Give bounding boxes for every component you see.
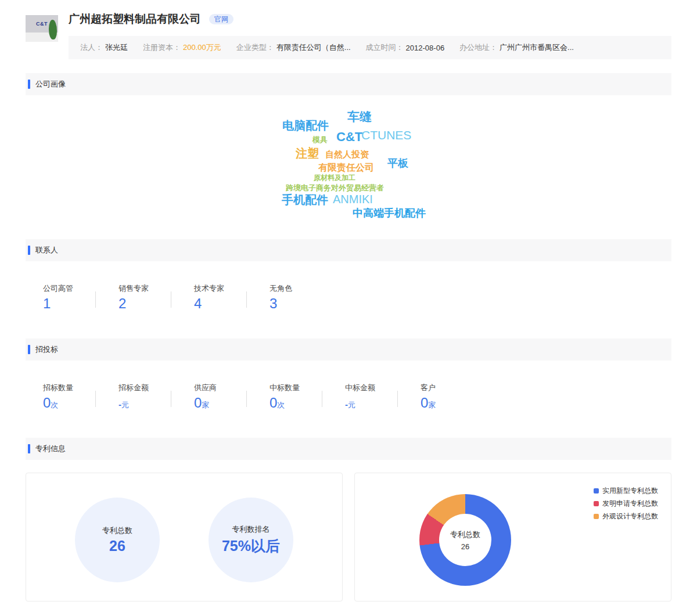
patent-rank-label: 专利数排名	[232, 524, 270, 535]
section-title: 联系人	[35, 245, 58, 255]
legend-item[interactable]: 实用新型专利总数	[594, 486, 658, 496]
stat-number: 3	[270, 296, 277, 311]
cloud-word: 有限责任公司	[318, 163, 374, 172]
stat-value: 0次	[43, 395, 95, 410]
info-value: 有限责任公司（自然...	[276, 42, 351, 53]
info-label: 注册资本：	[143, 42, 181, 53]
bidding-stat: 中标数量0次	[270, 383, 322, 410]
legend-label: 发明申请专利总数	[602, 499, 658, 509]
stat-label: 公司高管	[43, 283, 95, 294]
stat-value: 1	[43, 296, 95, 311]
contact-stat: 公司高管1	[43, 283, 95, 311]
plant-decoration	[49, 20, 57, 39]
stat-value: 0家	[421, 395, 473, 410]
stat-label: 中标数量	[270, 383, 322, 393]
stat-number: 2	[118, 296, 126, 311]
cloud-word: 原材料及加工	[314, 174, 355, 181]
stat-unit: 元	[348, 401, 355, 409]
contacts-stats-block: 公司高管1销售专家2技术专家4无角色3	[26, 261, 671, 338]
info-label: 成立时间：	[366, 42, 404, 53]
company-info-bar: 法人：张光廷注册资本：200.00万元企业类型：有限责任公司（自然...成立时间…	[69, 36, 671, 59]
stat-divider	[322, 391, 322, 407]
title-row: 广州超拓塑料制品有限公司 官网	[69, 9, 671, 29]
patent-rank-value: 75%以后	[222, 536, 280, 556]
info-value: 张光廷	[105, 42, 128, 53]
bidding-stats-row: 招标数量0次招标金额-元供应商0家中标数量0次中标金额-元客户0家	[43, 383, 671, 410]
legend-label: 外观设计专利总数	[602, 511, 658, 521]
contact-stat: 技术专家4	[194, 283, 246, 311]
section-accent-bar	[28, 246, 30, 255]
section-accent-bar	[28, 345, 30, 354]
company-name: 广州超拓塑料制品有限公司	[69, 12, 201, 27]
patent-rank-circle: 专利数排名 75%以后	[209, 498, 293, 582]
info-label: 企业类型：	[236, 42, 274, 53]
contact-stat: 销售专家2	[118, 283, 171, 311]
company-info-item: 企业类型：有限责任公司（自然...	[236, 42, 351, 53]
company-info-item: 办公地址：广州广州市番禺区会...	[459, 42, 574, 53]
section-accent-bar	[28, 444, 30, 453]
cloud-word: 跨境电子商务对外贸易经营者	[286, 184, 384, 192]
patent-summary-card: 专利总数 26 专利数排名 75%以后	[26, 473, 343, 601]
bidding-stats-block: 招标数量0次招标金额-元供应商0家中标数量0次中标金额-元客户0家	[26, 361, 671, 438]
info-value: 200.00万元	[183, 42, 221, 53]
company-logo-photo: C&T	[26, 12, 58, 44]
stat-unit: 次	[51, 401, 58, 409]
stat-label: 无角色	[270, 283, 322, 294]
stat-value: 3	[270, 296, 322, 311]
legend-label: 实用新型专利总数	[602, 486, 658, 496]
info-value: 广州广州市番禺区会...	[500, 42, 574, 53]
stat-label: 招标数量	[43, 383, 95, 393]
legend-marker	[594, 514, 599, 519]
stat-divider	[397, 391, 398, 407]
cloud-word: 自然人投资	[325, 150, 369, 158]
company-info-item: 注册资本：200.00万元	[143, 42, 221, 53]
contact-stat: 无角色3	[270, 283, 322, 311]
section-company-portrait: 公司画像	[26, 73, 671, 95]
stat-divider	[246, 291, 247, 308]
office-photo: C&T	[26, 15, 58, 42]
stat-number: 0	[43, 395, 51, 410]
stat-divider	[171, 391, 171, 407]
section-accent-bar	[28, 80, 30, 89]
cloud-word: 模具	[312, 136, 328, 143]
cloud-word: ANMIKI	[333, 193, 373, 205]
stat-label: 销售专家	[118, 283, 171, 294]
stat-number: 0	[270, 395, 277, 410]
header-main: 广州超拓塑料制品有限公司 官网 法人：张光廷注册资本：200.00万元企业类型：…	[69, 9, 671, 59]
stat-value: 0次	[270, 395, 322, 410]
stat-number: 4	[194, 296, 202, 311]
official-site-badge[interactable]: 官网	[209, 14, 233, 24]
patent-chart-card: 专利总数 26 实用新型专利总数发明申请专利总数外观设计专利总数	[354, 473, 671, 601]
patent-total-value: 26	[109, 538, 125, 554]
stat-unit: 家	[428, 401, 436, 409]
patent-total-circle: 专利总数 26	[75, 498, 160, 582]
bidding-stat: 招标数量0次	[43, 383, 95, 410]
patent-circles: 专利总数 26 专利数排名 75%以后	[26, 473, 342, 582]
stat-unit: 家	[202, 401, 209, 409]
section-title: 公司画像	[35, 79, 66, 89]
company-info-item: 法人：张光廷	[80, 42, 128, 53]
stat-number: 0	[194, 395, 202, 410]
stat-value: 0家	[194, 395, 246, 410]
legend-item[interactable]: 外观设计专利总数	[594, 511, 658, 521]
legend-item[interactable]: 发明申请专利总数	[594, 499, 658, 509]
stat-label: 中标金额	[345, 383, 397, 393]
info-label: 法人：	[80, 42, 103, 53]
chart-legend: 实用新型专利总数发明申请专利总数外观设计专利总数	[594, 486, 658, 521]
bidding-stat: 供应商0家	[194, 383, 246, 410]
stat-value: -元	[118, 395, 171, 410]
stat-divider	[95, 391, 96, 407]
cloud-word: 车缝	[347, 110, 372, 123]
stat-unit: 元	[121, 401, 129, 409]
info-label: 办公地址：	[459, 42, 497, 53]
stat-label: 招标金额	[118, 383, 171, 393]
cloud-word: 手机配件	[282, 194, 328, 206]
stat-value: -元	[345, 395, 397, 410]
contacts-stats-row: 公司高管1销售专家2技术专家4无角色3	[43, 283, 671, 311]
company-info-item: 成立时间：2012-08-06	[366, 42, 445, 53]
cloud-word: 平板	[387, 158, 408, 168]
donut-center: 专利总数 26	[439, 514, 491, 566]
stat-value: 4	[194, 296, 246, 311]
donut-center-label: 专利总数	[450, 529, 480, 540]
cloud-word: 中高端手机配件	[353, 208, 426, 218]
